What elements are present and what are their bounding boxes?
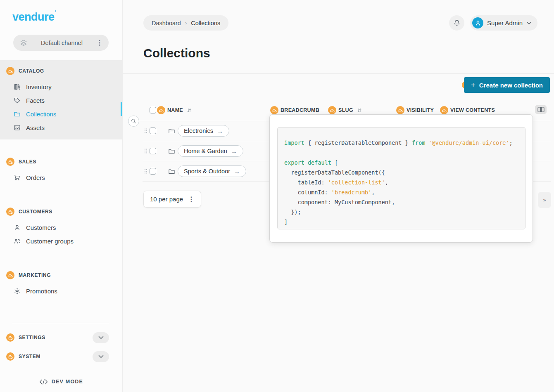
column-label[interactable]: VISIBILITY — [407, 107, 434, 113]
avatar-user-icon — [474, 19, 482, 27]
plugin-badge-icon[interactable] — [328, 106, 336, 114]
plugin-badge-icon[interactable] — [157, 106, 165, 114]
code-line: columnId: 'breadcrumb', — [284, 187, 525, 197]
create-new-collection-button[interactable]: + Create new collection — [464, 77, 550, 93]
folder-icon — [168, 148, 175, 155]
sidebar-divider — [12, 323, 109, 323]
main-content: Dashboard › Collections Super Admin Coll… — [123, 0, 554, 392]
active-item-indicator — [121, 102, 122, 116]
user-menu[interactable]: Super Admin — [470, 15, 537, 31]
sidebar-item-promotions[interactable]: Promotions — [0, 284, 122, 298]
app-root: vendureʼ Default channel ⋮ CATALOGInvent… — [0, 0, 554, 392]
sidebar-group-marketing: MARKETINGPromotions — [0, 264, 122, 303]
sidebar-section-customers[interactable]: CUSTOMERS — [0, 207, 122, 217]
code-line: tableId: 'collection-list', — [284, 177, 525, 187]
section-label: SETTINGS — [19, 335, 93, 340]
sidebar-group-customers: CUSTOMERSCustomersCustomer groups — [0, 201, 122, 253]
row-checkbox[interactable] — [150, 148, 156, 154]
channel-selector[interactable]: Default channel ⋮ — [13, 35, 109, 51]
column-label[interactable]: VIEW CONTENTS — [450, 107, 495, 113]
sidebar-item-facets[interactable]: Facets — [0, 94, 122, 107]
books-icon — [14, 83, 21, 90]
search-toggle-button[interactable] — [128, 116, 139, 127]
arrow-right-icon: → — [217, 128, 223, 135]
kebab-icon[interactable]: ⋮ — [96, 40, 103, 46]
row-checkbox[interactable] — [150, 168, 156, 175]
plugin-badge-icon[interactable] — [270, 106, 278, 114]
section-label: SYSTEM — [19, 354, 93, 359]
breadcrumb: Dashboard › Collections — [143, 15, 228, 31]
sidebar-item-customer-groups[interactable]: Customer groups — [0, 234, 122, 248]
items-per-page-selector[interactable]: 10 per page ⋮ — [143, 191, 201, 208]
sort-icon[interactable] — [357, 108, 362, 113]
plugin-badge-icon[interactable] — [6, 333, 14, 342]
sidebar-item-inventory[interactable]: Inventory — [0, 80, 122, 94]
sidebar-section-settings[interactable]: SETTINGS — [0, 328, 122, 347]
logo-tick: ʼ — [55, 9, 56, 15]
drag-handle-icon[interactable] — [144, 128, 147, 134]
nav-item-label: Orders — [26, 174, 45, 181]
plugin-badge-icon[interactable] — [440, 106, 448, 114]
sidebar: vendureʼ Default channel ⋮ CATALOGInvent… — [0, 0, 123, 392]
collection-link-pill[interactable]: Home & Garden→ — [178, 145, 243, 157]
dev-mode-toggle[interactable]: DEV MODE — [0, 379, 122, 385]
plugin-badge-icon[interactable] — [6, 271, 14, 279]
tag-icon — [14, 97, 21, 104]
select-all-checkbox[interactable] — [150, 107, 156, 113]
nav-item-label: Assets — [26, 124, 45, 131]
collection-link-pill[interactable]: Sports & Outdoor→ — [178, 165, 246, 177]
nav-item-label: Collections — [26, 111, 56, 118]
chevron-down-icon — [98, 355, 104, 358]
column-label[interactable]: SLUG — [338, 107, 353, 113]
plugin-badge-icon[interactable] — [396, 106, 404, 114]
plugin-badge-icon[interactable] — [6, 158, 14, 166]
code-line: }); — [284, 207, 525, 217]
plugin-badge-icon[interactable] — [6, 208, 14, 216]
sidebar-item-collections[interactable]: Collections — [0, 107, 122, 121]
sidebar-item-orders[interactable]: Orders — [0, 171, 122, 184]
folder-icon — [14, 111, 21, 118]
expand-section-button[interactable] — [93, 351, 109, 362]
expand-section-button[interactable] — [93, 332, 109, 343]
plugin-badge-icon[interactable] — [6, 67, 14, 75]
sidebar-section-marketing[interactable]: MARKETING — [0, 270, 122, 280]
sort-icon[interactable] — [187, 108, 192, 113]
user-name: Super Admin — [487, 19, 523, 26]
sidebar-section-system[interactable]: SYSTEM — [0, 347, 122, 366]
sidebar-section-sales[interactable]: SALES — [0, 157, 122, 167]
column-label[interactable]: BREADCRUMB — [281, 107, 319, 113]
folder-icon — [168, 168, 175, 175]
channel-label: Default channel — [27, 40, 96, 46]
section-label: CUSTOMERS — [19, 209, 52, 215]
collection-name: Sports & Outdoor — [184, 168, 230, 175]
cart-icon — [14, 174, 21, 181]
collection-name: Home & Garden — [184, 148, 227, 154]
sidebar-section-catalog[interactable]: CATALOG — [0, 66, 122, 76]
next-page-button[interactable]: » — [538, 192, 551, 208]
column-settings-button[interactable] — [535, 105, 547, 114]
bell-icon — [453, 19, 461, 27]
image-icon — [14, 124, 21, 131]
breadcrumb-dashboard[interactable]: Dashboard — [152, 20, 181, 26]
sidebar-group-catalog: CATALOGInventoryFacetsCollectionsAssets — [0, 60, 122, 139]
user-icon — [14, 224, 21, 231]
code-icon — [39, 379, 48, 385]
notifications-button[interactable] — [449, 15, 464, 31]
row-checkbox[interactable] — [150, 128, 156, 134]
column-label[interactable]: NAME — [167, 107, 183, 113]
breadcrumb-collections[interactable]: Collections — [191, 20, 220, 26]
drag-handle-icon[interactable] — [144, 168, 147, 174]
plugin-badge-icon[interactable] — [6, 352, 14, 361]
section-label: MARKETING — [19, 272, 51, 278]
nav-item-label: Promotions — [26, 288, 57, 295]
sidebar-item-customers[interactable]: Customers — [0, 221, 122, 234]
page-title: Collections — [143, 46, 210, 60]
arrow-right-icon: → — [231, 148, 237, 155]
sidebar-item-assets[interactable]: Assets — [0, 121, 122, 135]
drag-handle-icon[interactable] — [144, 148, 147, 154]
code-line: component: MyCustomComponent, — [284, 197, 525, 207]
code-snippet: import { registerDataTableComponent } fr… — [277, 127, 525, 229]
collection-link-pill[interactable]: Electronics→ — [178, 125, 229, 137]
header-divider — [123, 73, 554, 74]
columns-icon — [537, 107, 544, 112]
